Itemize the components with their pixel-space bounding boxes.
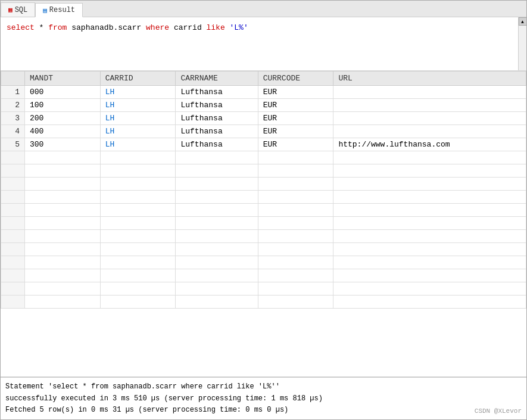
sql-query: select * from saphanadb.scarr where carr…	[7, 22, 520, 34]
sql-icon: ▦	[8, 6, 13, 14]
tab-bar: ▦ SQL ▤ Result	[1, 1, 526, 17]
empty-row	[1, 204, 526, 217]
cell-currcode: EUR	[258, 112, 333, 125]
cell-carrname: Lufthansa	[176, 86, 258, 99]
cell-mandt: 100	[25, 99, 101, 112]
tab-sql[interactable]: ▦ SQL	[1, 2, 35, 17]
empty-row	[1, 191, 526, 204]
col-header-rownum	[1, 71, 25, 86]
sql-editor[interactable]: select * from saphanadb.scarr where carr…	[1, 17, 526, 71]
cell-url	[333, 125, 526, 138]
sql-scrollbar[interactable]: ▲	[518, 17, 526, 70]
cell-rownum: 3	[1, 112, 25, 125]
cell-carrname: Lufthansa	[176, 99, 258, 112]
status-line1: Statement 'select * from saphanadb.scarr…	[5, 381, 522, 393]
empty-row	[1, 164, 526, 178]
col-header-url: URL	[333, 71, 526, 86]
status-line2: successfully executed in 3 ms 510 µs (se…	[5, 393, 522, 405]
cell-carrid: LH	[100, 125, 176, 138]
results-table: MANDT CARRID CARRNAME CURRCODE URL 1000L…	[1, 71, 526, 309]
cell-carrname: Lufthansa	[176, 125, 258, 138]
cell-carrname: Lufthansa	[176, 138, 258, 151]
results-area[interactable]: MANDT CARRID CARRNAME CURRCODE URL 1000L…	[1, 71, 526, 377]
col-header-carrid: CARRID	[100, 71, 176, 86]
cell-currcode: EUR	[258, 138, 333, 151]
cell-carrid: LH	[100, 86, 176, 99]
table-row: 4400LHLufthansaEUR	[1, 125, 526, 138]
cell-carrname: Lufthansa	[176, 112, 258, 125]
watermark: CSDN @XLevor	[475, 406, 522, 417]
tab-result[interactable]: ▤ Result	[35, 3, 83, 17]
empty-row	[1, 295, 526, 309]
cell-mandt: 200	[25, 112, 101, 125]
empty-row	[1, 269, 526, 282]
result-icon: ▤	[43, 7, 47, 14]
cell-rownum: 1	[1, 86, 25, 99]
tab-sql-label: SQL	[15, 6, 28, 14]
empty-row	[1, 151, 526, 164]
cell-currcode: EUR	[258, 86, 333, 99]
table-row: 5300LHLufthansaEURhttp://www.lufthansa.c…	[1, 138, 526, 151]
cell-url	[333, 112, 526, 125]
scroll-up-arrow[interactable]: ▲	[519, 17, 527, 26]
empty-row	[1, 217, 526, 230]
cell-currcode: EUR	[258, 125, 333, 138]
empty-row	[1, 243, 526, 256]
cell-url	[333, 99, 526, 112]
empty-row	[1, 230, 526, 243]
cell-mandt: 400	[25, 125, 101, 138]
cell-url: http://www.lufthansa.com	[333, 138, 526, 151]
table-header-row: MANDT CARRID CARRNAME CURRCODE URL	[1, 71, 526, 86]
table-row: 3200LHLufthansaEUR	[1, 112, 526, 125]
status-bar: Statement 'select * from saphanadb.scarr…	[1, 377, 526, 419]
cell-url	[333, 86, 526, 99]
empty-row	[1, 282, 526, 295]
status-line3: Fetched 5 row(s) in 0 ms 31 µs (server p…	[5, 405, 522, 416]
cell-mandt: 000	[25, 86, 101, 99]
empty-row	[1, 178, 526, 191]
cell-mandt: 300	[25, 138, 101, 151]
table-row: 2100LHLufthansaEUR	[1, 99, 526, 112]
cell-carrid: LH	[100, 112, 176, 125]
col-header-currcode: CURRCODE	[258, 71, 333, 86]
table-row: 1000LHLufthansaEUR	[1, 86, 526, 99]
cell-rownum: 5	[1, 138, 25, 151]
cell-carrid: LH	[100, 99, 176, 112]
empty-row	[1, 256, 526, 269]
tab-result-label: Result	[49, 6, 75, 14]
cell-rownum: 4	[1, 125, 25, 138]
app-window: ▦ SQL ▤ Result select * from saphanadb.s…	[0, 0, 527, 420]
col-header-carrname: CARRNAME	[176, 71, 258, 86]
cell-currcode: EUR	[258, 99, 333, 112]
col-header-mandt: MANDT	[25, 71, 101, 86]
cell-carrid: LH	[100, 138, 176, 151]
cell-rownum: 2	[1, 99, 25, 112]
